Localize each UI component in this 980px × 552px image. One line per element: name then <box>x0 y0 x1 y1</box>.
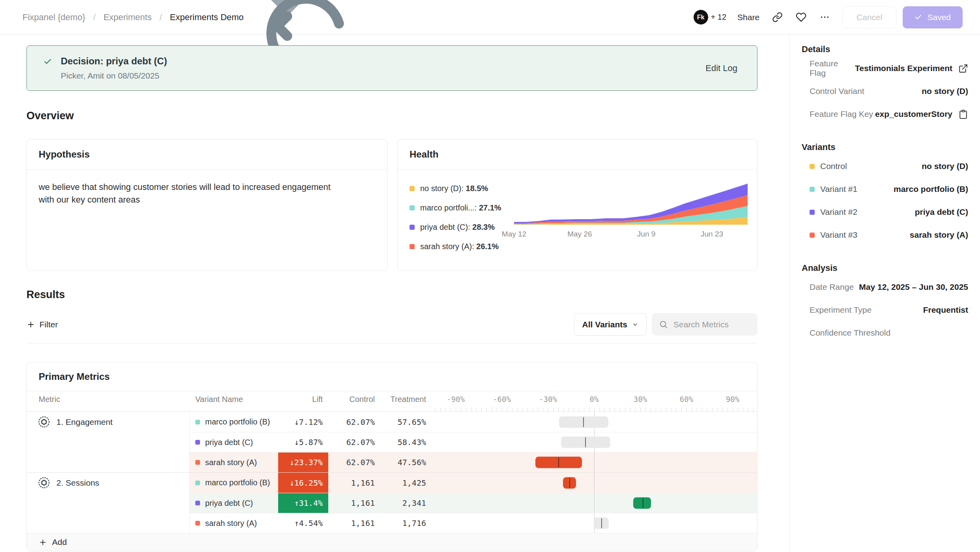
col-header-lift: Lift <box>278 391 328 411</box>
sidebar-label-text: Date Range <box>810 282 854 292</box>
table-row[interactable]: priya debt (C)↓5.87%62.07%58.43% <box>190 432 757 452</box>
lift-axis-tick <box>440 407 441 411</box>
share-button[interactable]: Share <box>737 13 759 22</box>
variant-swatch <box>810 210 815 215</box>
sidebar-row-value: sarah story (A) <box>910 230 968 240</box>
legend-swatch <box>410 225 415 230</box>
health-legend-item: marco portfoli...: 27.1% <box>410 203 512 212</box>
primary-metrics-title: Primary Metrics <box>27 362 757 391</box>
top-actions: Fk + 12 Share Cancel Saved <box>694 6 963 28</box>
lift-axis-label: -60% <box>493 395 511 404</box>
variant-name: marco portfolio (B) <box>205 417 270 426</box>
metric-rows: marco portfolio (B)↓7.12%62.07%57.65%pri… <box>190 412 757 472</box>
results-heading: Results <box>26 289 757 301</box>
variant-name-cell: priya debt (C) <box>190 438 278 447</box>
table-row[interactable]: sarah story (A)↑4.54%1,1611,716 <box>190 513 757 533</box>
col-header-metric: Metric <box>27 391 190 411</box>
metric-group: 2. Sessionsmarco portfolio (B)↓16.25%1,1… <box>27 472 757 533</box>
search-metrics-input[interactable] <box>673 319 750 330</box>
control-value-cell: 62.07% <box>328 417 380 427</box>
variant-swatch <box>195 420 200 424</box>
lift-axis-tick <box>589 407 589 411</box>
add-label: Add <box>52 537 67 547</box>
lift-axis-tick <box>748 407 748 411</box>
external-link-icon[interactable] <box>958 64 968 73</box>
sidebar-section-heading: Analysis <box>802 263 968 273</box>
sidebar-row-value: priya debt (C) <box>915 207 968 217</box>
lift-axis-tick <box>594 407 595 411</box>
lift-axis-tick <box>507 407 507 411</box>
breadcrumb-project[interactable]: Fixpanel {demo} <box>22 12 85 23</box>
legend-label: no story (D): 18.5% <box>420 184 488 193</box>
col-header-variant: Variant Name <box>190 391 278 411</box>
table-body: 1. Engagementmarco portfolio (B)↓7.12%62… <box>27 412 757 533</box>
metric-goal-icon <box>38 416 50 428</box>
lift-value-significant: ↑31.4% <box>278 493 328 513</box>
cancel-button[interactable]: Cancel <box>842 6 896 28</box>
variant-name-cell: marco portfolio (B) <box>190 478 278 487</box>
sidebar-row-value: Testimonials Experiment <box>855 64 952 73</box>
plus-icon <box>39 538 47 546</box>
add-filter-button[interactable]: Filter <box>26 320 58 329</box>
lift-axis-tick <box>645 407 646 411</box>
sidebar-row-label: Confidence Threshold <box>802 328 890 338</box>
control-value-cell: 1,161 <box>328 498 380 508</box>
variants-dropdown[interactable]: All Variants <box>574 313 647 336</box>
confidence-interval-mean-tick <box>643 498 643 508</box>
edit-log-button[interactable]: Edit Log <box>705 63 737 73</box>
breadcrumb-separator: / <box>159 12 162 23</box>
sidebar-label-text: Variant #1 <box>820 184 857 194</box>
confidence-interval-cell <box>431 432 757 452</box>
lift-cell: ↓7.12% <box>278 412 328 432</box>
sidebar-row-value: May 12, 2025 – Jun 30, 2025 <box>859 282 968 292</box>
confidence-interval-mean-tick <box>558 458 559 468</box>
metric-group: 1. Engagementmarco portfolio (B)↓7.12%62… <box>27 412 757 472</box>
lift-axis-tick <box>553 407 554 411</box>
metrics-search <box>652 313 757 336</box>
health-stacked-area-chart <box>514 178 748 226</box>
saved-button[interactable]: Saved <box>903 6 963 28</box>
lift-axis-tick <box>681 407 682 411</box>
metric-rows: marco portfolio (B)↓16.25%1,1611,425priy… <box>190 473 757 533</box>
lift-axis-tick <box>625 407 625 411</box>
sidebar-row-value: no story (D) <box>922 86 968 96</box>
lift-cell: ↑31.4% <box>278 493 328 513</box>
favorite-icon[interactable] <box>795 11 807 23</box>
copy-link-icon[interactable] <box>771 11 783 23</box>
confidence-interval-mean-tick <box>601 518 602 528</box>
avatar[interactable]: Fk <box>694 10 708 24</box>
table-row[interactable]: sarah story (A)↓23.37%62.07%47.56% <box>190 452 757 472</box>
breadcrumb-experiments[interactable]: Experiments <box>103 12 151 23</box>
collaborators-count[interactable]: + 12 <box>711 13 726 22</box>
health-legend: no story (D): 18.5%marco portfoli...: 27… <box>410 178 512 261</box>
lift-axis-label: 90% <box>726 395 739 404</box>
health-legend-item: priya debt (C): 28.3% <box>410 223 512 232</box>
lift-axis-tick <box>456 407 456 411</box>
decision-title: Decision: priya debt (C) <box>61 56 167 67</box>
hypothesis-body: we believe that showing customer stories… <box>27 170 358 217</box>
treatment-value-cell: 47.56% <box>380 458 431 467</box>
sidebar-row-value: exp_customerStory <box>875 109 952 119</box>
variant-swatch <box>195 481 200 485</box>
sidebar-row-label: Variant #1 <box>802 184 857 194</box>
table-row[interactable]: priya debt (C)↑31.4%1,1612,341 <box>190 493 757 513</box>
health-legend-item: no story (D): 18.5% <box>410 184 512 193</box>
add-metric-button[interactable]: Add <box>27 533 757 551</box>
variant-name: priya debt (C) <box>205 499 253 508</box>
decision-banner: Decision: priya debt (C) Picker, Amit on… <box>26 45 757 91</box>
legend-value: 18.5% <box>466 184 488 193</box>
overview-heading: Overview <box>26 110 757 122</box>
sidebar-label-text: Feature Flag <box>810 59 855 78</box>
variant-swatch <box>195 501 200 505</box>
variant-swatch <box>810 187 815 192</box>
more-options-icon[interactable] <box>819 11 830 23</box>
lift-axis-tick <box>692 407 692 411</box>
chevron-down-icon <box>632 321 638 328</box>
health-x-axis-labels: May 12May 26Jun 9Jun 23 <box>514 230 748 241</box>
legend-label: priya debt (C): 28.3% <box>420 223 495 232</box>
table-row[interactable]: marco portfolio (B)↓7.12%62.07%57.65% <box>190 412 757 432</box>
table-row[interactable]: marco portfolio (B)↓16.25%1,1611,425 <box>190 473 757 493</box>
clipboard-icon[interactable] <box>958 109 968 119</box>
lift-axis-tick <box>686 407 687 411</box>
lift-cell: ↓5.87% <box>278 432 328 452</box>
